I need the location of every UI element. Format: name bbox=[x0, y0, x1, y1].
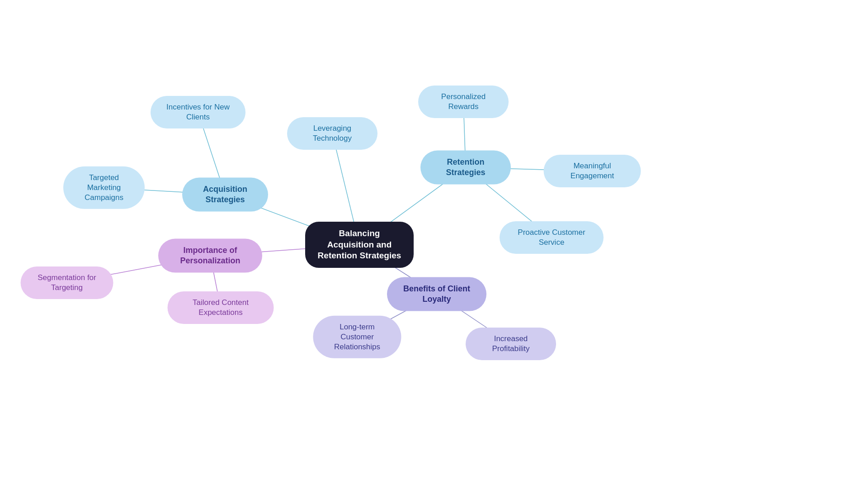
proactive-node: Proactive Customer Service bbox=[500, 221, 604, 254]
tailored-node: Tailored Content Expectations bbox=[168, 291, 274, 324]
benefits-node: Benefits of Client Loyalty bbox=[387, 277, 486, 311]
incentives-node: Incentives for New Clients bbox=[151, 96, 245, 128]
targeted-node: Targeted Marketing Campaigns bbox=[63, 167, 145, 209]
meaningful-node: Meaningful Engagement bbox=[544, 155, 641, 187]
longterm-node: Long-term Customer Relationships bbox=[313, 316, 401, 358]
mindmap-container: Balancing Acquisition and Retention Stra… bbox=[0, 0, 868, 490]
leveraging-node: Leveraging Technology bbox=[287, 117, 377, 150]
segmentation-node: Segmentation for Targeting bbox=[21, 266, 113, 299]
personalized-node: Personalized Rewards bbox=[418, 86, 509, 118]
center-node: Balancing Acquisition and Retention Stra… bbox=[305, 222, 414, 268]
profitability-node: Increased Profitability bbox=[466, 328, 556, 360]
personalization-node: Importance of Personalization bbox=[158, 239, 262, 273]
acquisition-node: Acquisition Strategies bbox=[182, 178, 268, 212]
retention-node: Retention Strategies bbox=[420, 151, 511, 185]
connections-svg bbox=[0, 0, 868, 490]
